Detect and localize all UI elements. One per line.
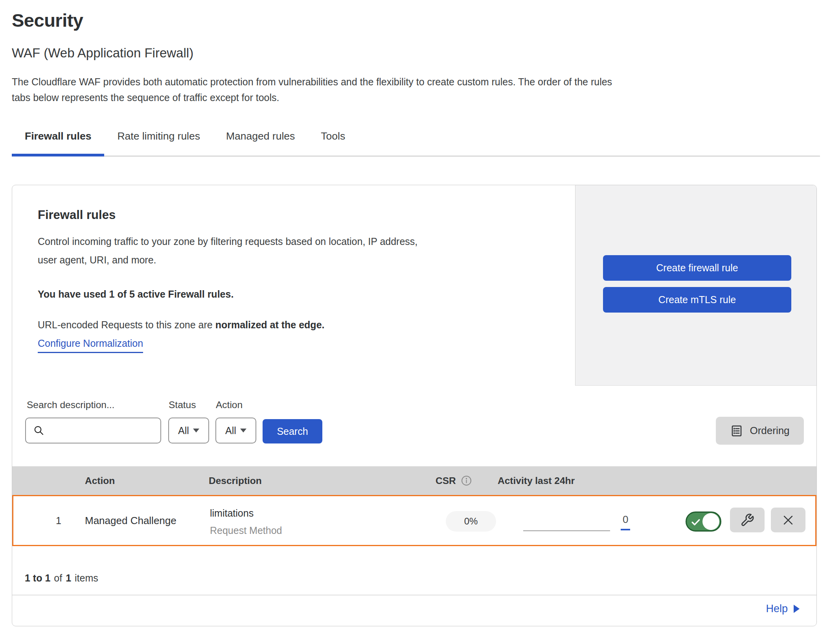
chevron-down-icon xyxy=(193,429,199,433)
rules-table-header: Action Description CSR Activity last 24h… xyxy=(12,466,816,495)
search-description-label: Search description... xyxy=(27,399,114,410)
pagination-items: items xyxy=(75,572,98,583)
configure-normalization-link[interactable]: Configure Normalization xyxy=(38,338,143,353)
usage-summary: You have used 1 of 5 active Firewall rul… xyxy=(38,289,233,300)
overview-description-line2: user agent, URI, and more. xyxy=(38,251,417,269)
help-link[interactable]: Help xyxy=(766,603,800,615)
rule-description[interactable]: limitations xyxy=(210,505,282,521)
csr-value-badge: 0% xyxy=(446,511,496,532)
create-firewall-rule-button[interactable]: Create firewall rule xyxy=(603,255,791,281)
tab-managed-rules[interactable]: Managed rules xyxy=(213,130,308,156)
column-header-activity: Activity last 24hr xyxy=(498,466,575,495)
pagination-of: of xyxy=(54,572,62,583)
rule-enabled-toggle[interactable] xyxy=(686,512,721,532)
column-header-description: Description xyxy=(209,466,262,495)
help-label: Help xyxy=(766,603,788,615)
status-select[interactable]: All xyxy=(168,418,209,443)
status-select-value: All xyxy=(178,425,189,436)
page-description: The Cloudflare WAF provides both automat… xyxy=(12,74,821,105)
rule-description-cell: limitations Request Method xyxy=(210,505,282,539)
activity-count-link[interactable]: 0 xyxy=(621,513,630,530)
security-waf-page: Security WAF (Web Application Firewall) … xyxy=(0,0,831,644)
waf-tab-bar: Firewall rules Rate limiting rules Manag… xyxy=(12,126,820,156)
search-input[interactable] xyxy=(50,418,171,443)
csr-header-label: CSR xyxy=(436,475,456,486)
rule-priority: 1 xyxy=(51,496,66,545)
tab-rate-limiting-rules[interactable]: Rate limiting rules xyxy=(104,130,213,156)
close-icon xyxy=(781,513,795,527)
delete-rule-button[interactable] xyxy=(771,508,805,532)
help-arrow-icon xyxy=(793,604,800,613)
action-select-value: All xyxy=(225,425,236,436)
page-title: Security xyxy=(12,9,83,31)
column-header-csr: CSR xyxy=(436,466,472,495)
ordering-button[interactable]: Ordering xyxy=(716,417,804,445)
page-subtitle: WAF (Web Application Firewall) xyxy=(12,46,193,61)
search-button[interactable]: Search xyxy=(263,419,322,443)
column-header-action: Action xyxy=(85,466,115,495)
footer-divider xyxy=(12,595,816,595)
chevron-down-icon xyxy=(240,429,246,433)
pagination-range: 1 to 1 xyxy=(25,572,50,583)
actions-side-panel xyxy=(575,185,816,386)
edit-rule-button[interactable] xyxy=(730,508,765,532)
info-icon[interactable] xyxy=(461,475,472,486)
check-icon xyxy=(690,517,701,528)
normalization-note: URL-encoded Requests to this zone are no… xyxy=(38,319,325,331)
firewall-rule-row: 1 Managed Challenge limitations Request … xyxy=(12,495,816,546)
page-description-line2: tabs below represents the sequence of tr… xyxy=(12,90,821,105)
ordering-button-label: Ordering xyxy=(750,425,789,437)
search-description-field[interactable] xyxy=(25,418,161,443)
toggle-knob xyxy=(702,513,719,530)
action-label: Action xyxy=(216,399,243,410)
activity-sparkline xyxy=(523,530,610,531)
normalization-text: URL-encoded Requests to this zone are xyxy=(38,319,215,330)
page-description-line1: The Cloudflare WAF provides both automat… xyxy=(12,74,821,90)
pagination-total: 1 xyxy=(66,572,71,583)
list-ordering-icon xyxy=(730,424,743,438)
overview-description: Control incoming traffic to your zone by… xyxy=(38,232,417,269)
firewall-rules-overview: Firewall rules Control incoming traffic … xyxy=(12,185,816,386)
create-mtls-rule-button[interactable]: Create mTLS rule xyxy=(603,287,791,313)
status-label: Status xyxy=(169,399,196,410)
firewall-rules-card: Firewall rules Control incoming traffic … xyxy=(12,185,817,626)
wrench-icon xyxy=(740,513,754,527)
pagination-summary: 1 to 1of1items xyxy=(25,572,102,584)
action-select[interactable]: All xyxy=(215,418,256,443)
rule-description-sub: Request Method xyxy=(210,521,282,539)
overview-heading: Firewall rules xyxy=(38,208,116,222)
rule-action: Managed Challenge xyxy=(85,496,176,545)
normalization-bold: normalized at the edge. xyxy=(215,319,325,330)
overview-description-line1: Control incoming traffic to your zone by… xyxy=(38,232,417,251)
tab-tools[interactable]: Tools xyxy=(308,130,358,156)
tab-firewall-rules[interactable]: Firewall rules xyxy=(12,130,104,156)
search-icon xyxy=(33,425,45,436)
